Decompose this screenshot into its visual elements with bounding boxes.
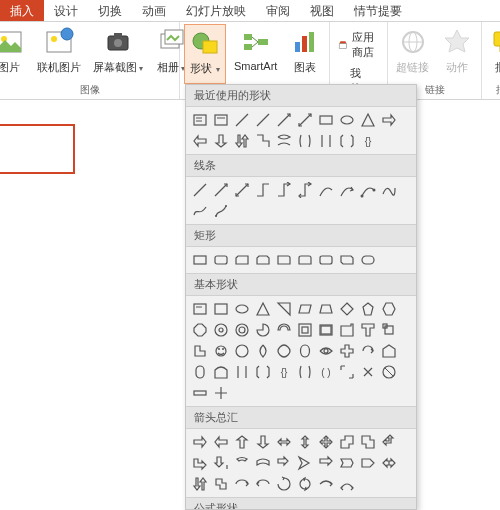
shape-item[interactable] (316, 474, 336, 494)
shape-item[interactable] (274, 320, 294, 340)
shape-item[interactable] (379, 299, 399, 319)
shape-item[interactable]: {} (358, 131, 378, 151)
shape-item[interactable] (295, 299, 315, 319)
shape-item[interactable] (337, 250, 357, 270)
shape-item[interactable] (295, 250, 315, 270)
shape-item[interactable] (316, 110, 336, 130)
shape-item[interactable] (232, 362, 252, 382)
shape-item[interactable] (211, 131, 231, 151)
shape-item[interactable] (316, 250, 336, 270)
shape-item[interactable] (295, 180, 315, 200)
shape-item[interactable] (295, 362, 315, 382)
shape-item[interactable] (379, 341, 399, 361)
shape-item[interactable] (274, 341, 294, 361)
shapes-dropdown-panel[interactable]: 最近使用的形状{}线条矩形基本形状{}( )箭头总汇公式形状流程图星与旗帜 (185, 84, 417, 510)
shape-item[interactable] (253, 432, 273, 452)
shape-item[interactable] (190, 299, 210, 319)
shape-item[interactable] (190, 432, 210, 452)
shape-item[interactable] (274, 131, 294, 151)
shape-item[interactable] (316, 341, 336, 361)
shape-item[interactable] (295, 341, 315, 361)
shape-item[interactable] (253, 320, 273, 340)
shape-item[interactable]: {} (274, 362, 294, 382)
shape-item[interactable] (190, 362, 210, 382)
shape-item[interactable] (211, 299, 231, 319)
tab-4[interactable]: 幻灯片放映 (176, 0, 256, 21)
shape-item[interactable] (211, 320, 231, 340)
shape-item[interactable] (232, 320, 252, 340)
shape-item[interactable] (295, 110, 315, 130)
shape-item[interactable] (253, 362, 273, 382)
shape-item[interactable] (232, 180, 252, 200)
shape-item[interactable] (358, 299, 378, 319)
smartart-button[interactable]: SmartArt (230, 24, 281, 84)
shape-item[interactable] (253, 299, 273, 319)
screenshot-button[interactable]: 屏幕截图▾ (89, 24, 147, 81)
shape-item[interactable] (379, 180, 399, 200)
shape-item[interactable] (358, 320, 378, 340)
shape-item[interactable] (211, 362, 231, 382)
shape-item[interactable] (295, 131, 315, 151)
shape-item[interactable] (379, 320, 399, 340)
shape-item[interactable] (295, 432, 315, 452)
shape-item[interactable] (211, 341, 231, 361)
shape-item[interactable] (211, 201, 231, 221)
shape-item[interactable] (337, 341, 357, 361)
shape-item[interactable] (358, 432, 378, 452)
tab-5[interactable]: 审阅 (256, 0, 300, 21)
action-button[interactable]: 动作 (437, 24, 477, 81)
tab-3[interactable]: 动画 (132, 0, 176, 21)
hyperlink-button[interactable]: 超链接 (392, 24, 433, 81)
shape-item[interactable] (379, 362, 399, 382)
shape-item[interactable] (211, 453, 231, 473)
tab-1[interactable]: 设计 (44, 0, 88, 21)
comment-button[interactable]: 批注 (486, 24, 500, 81)
shape-item[interactable] (274, 453, 294, 473)
online-picture-button[interactable]: 联机图片 (33, 24, 85, 81)
shape-item[interactable] (316, 299, 336, 319)
shape-item[interactable] (316, 180, 336, 200)
shape-item[interactable] (295, 320, 315, 340)
shape-item[interactable] (316, 432, 336, 452)
shape-item[interactable] (274, 299, 294, 319)
tab-7[interactable]: 情节提要 (344, 0, 412, 21)
shape-item[interactable] (337, 299, 357, 319)
store-button[interactable]: 应用商店 (334, 28, 383, 62)
slide-thumbnail[interactable] (0, 124, 75, 174)
tab-6[interactable]: 视图 (300, 0, 344, 21)
shape-item[interactable] (253, 180, 273, 200)
shape-item[interactable] (232, 131, 252, 151)
shape-item[interactable] (211, 180, 231, 200)
shape-item[interactable] (190, 201, 210, 221)
shape-item[interactable] (337, 320, 357, 340)
chart-button[interactable]: 图表 (285, 24, 325, 84)
shape-item[interactable] (211, 383, 231, 403)
shape-item[interactable] (316, 131, 336, 151)
shape-item[interactable] (337, 110, 357, 130)
shape-item[interactable] (253, 131, 273, 151)
shape-item[interactable] (190, 341, 210, 361)
shape-item[interactable] (190, 110, 210, 130)
shape-item[interactable] (358, 180, 378, 200)
shape-item[interactable] (274, 432, 294, 452)
shape-item[interactable] (358, 341, 378, 361)
shape-item[interactable] (337, 180, 357, 200)
shape-item[interactable] (337, 432, 357, 452)
shape-item[interactable] (379, 110, 399, 130)
shape-item[interactable] (253, 341, 273, 361)
shape-item[interactable] (337, 453, 357, 473)
shape-item[interactable] (379, 432, 399, 452)
shape-item[interactable] (190, 131, 210, 151)
shape-item[interactable] (211, 474, 231, 494)
shape-item[interactable] (253, 250, 273, 270)
shape-item[interactable] (232, 341, 252, 361)
shape-item[interactable] (316, 320, 336, 340)
shape-item[interactable] (190, 250, 210, 270)
tab-0[interactable]: 插入 (0, 0, 44, 21)
shape-item[interactable] (337, 474, 357, 494)
shape-item[interactable] (190, 474, 210, 494)
shape-item[interactable] (358, 250, 378, 270)
shape-item[interactable] (232, 110, 252, 130)
shape-item[interactable] (253, 474, 273, 494)
tab-2[interactable]: 切换 (88, 0, 132, 21)
